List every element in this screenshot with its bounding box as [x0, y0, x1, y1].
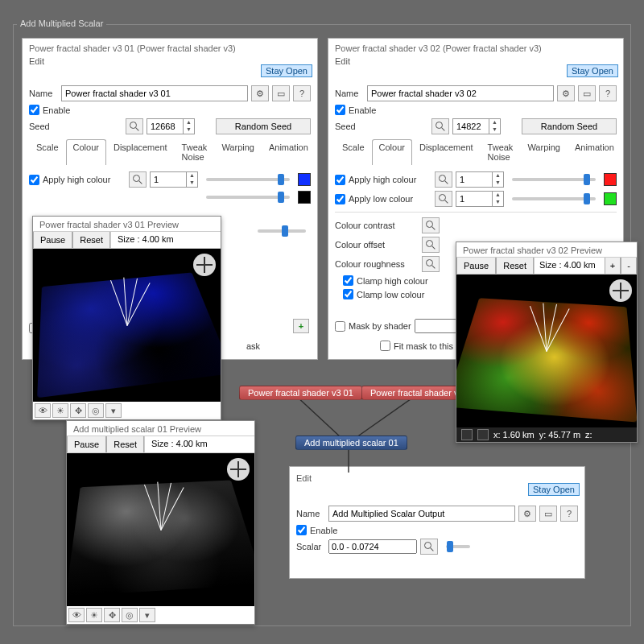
sun-icon[interactable]: ☀	[52, 403, 68, 418]
preview-shader-02[interactable]: Power fractal shader v3 02 Preview Pause…	[456, 242, 638, 443]
edit-menu[interactable]: Edit	[23, 56, 51, 69]
target-icon[interactable]: ◎	[88, 403, 104, 418]
name-input[interactable]	[328, 506, 515, 522]
magnifier-icon[interactable]	[420, 539, 438, 555]
target-icon[interactable]: ◎	[122, 608, 138, 622]
high-slider[interactable]	[512, 178, 596, 181]
low-slider[interactable]	[512, 197, 596, 200]
preview-pause-button[interactable]: Pause	[456, 258, 496, 274]
name-input[interactable]	[367, 85, 554, 101]
stay-open-button[interactable]: Stay Open	[261, 64, 312, 77]
magnifier-icon[interactable]	[422, 237, 440, 253]
low-colour-swatch[interactable]	[298, 191, 311, 204]
tab-tweak-noise[interactable]: Tweak Noise	[481, 139, 521, 165]
stay-open-button[interactable]: Stay Open	[567, 64, 618, 77]
high-value-input[interactable]	[150, 171, 187, 188]
move-icon[interactable]: ✥	[70, 403, 86, 418]
edit-menu[interactable]: Edit	[328, 56, 357, 69]
doc-icon[interactable]: ▭	[539, 506, 557, 522]
tab-warping[interactable]: Warping	[520, 139, 568, 165]
help-icon[interactable]: ?	[599, 85, 617, 101]
preview-reset-button[interactable]: Reset	[106, 436, 144, 452]
preview-viewport[interactable]	[67, 453, 254, 606]
clamp-low-checkbox[interactable]	[343, 289, 353, 299]
add-mask-button[interactable]: +	[293, 319, 309, 333]
zoom-out-button[interactable]: -	[621, 258, 637, 274]
preview-pause-button[interactable]: Pause	[67, 436, 106, 452]
gear-icon[interactable]: ⚙	[557, 85, 575, 101]
preview-add-scalar[interactable]: Add multiplied scalar 01 Preview Pause R…	[66, 420, 255, 625]
seed-input[interactable]	[452, 118, 489, 134]
tab-animation[interactable]: Animation	[568, 139, 621, 165]
scalar-slider[interactable]	[446, 545, 470, 548]
random-seed-button[interactable]: Random Seed	[216, 118, 311, 134]
tab-displacement[interactable]: Displacement	[106, 139, 175, 165]
eye-icon[interactable]: 👁	[68, 608, 85, 622]
low-value-input[interactable]	[456, 191, 493, 207]
magnifier-icon[interactable]	[435, 171, 452, 188]
eye-icon[interactable]: 👁	[35, 403, 51, 418]
sun-icon[interactable]: ☀	[86, 608, 102, 622]
mini-slider[interactable]	[258, 229, 306, 233]
low-slider-partial[interactable]	[206, 196, 290, 199]
tab-scale[interactable]: Scale	[335, 139, 372, 165]
clamp-high-checkbox[interactable]	[343, 275, 353, 286]
high-colour-swatch[interactable]	[604, 173, 617, 186]
high-value-input[interactable]	[456, 171, 493, 188]
apply-low-checkbox[interactable]	[335, 194, 345, 204]
tab-tweak-noise[interactable]: Tweak Noise	[175, 139, 215, 165]
settings-icon[interactable]	[477, 429, 489, 440]
high-slider[interactable]	[206, 178, 290, 181]
gear-icon[interactable]: ⚙	[251, 85, 269, 101]
mask-checkbox[interactable]	[335, 321, 345, 332]
magnifier-icon[interactable]	[431, 118, 449, 134]
seed-input[interactable]	[147, 118, 184, 134]
high-spinner[interactable]: ▲▼	[187, 171, 198, 188]
preview-reset-button[interactable]: Reset	[72, 232, 110, 248]
seed-spinner[interactable]: ▲▼	[184, 118, 195, 134]
random-seed-button[interactable]: Random Seed	[522, 118, 617, 134]
help-icon[interactable]: ?	[560, 506, 578, 522]
tab-scale[interactable]: Scale	[29, 139, 66, 165]
menu-icon[interactable]: ▾	[105, 403, 122, 418]
tab-colour[interactable]: Colour	[372, 139, 412, 165]
preview-reset-button[interactable]: Reset	[496, 258, 534, 274]
enable-checkbox[interactable]	[296, 525, 307, 535]
zoom-in-button[interactable]: +	[605, 258, 621, 274]
apply-high-checkbox[interactable]	[29, 175, 39, 185]
gear-icon[interactable]: ⚙	[518, 506, 536, 522]
edit-menu[interactable]: Edit	[290, 467, 318, 486]
move-icon[interactable]: ✥	[104, 608, 120, 622]
low-colour-swatch[interactable]	[604, 192, 617, 205]
apply-high-checkbox[interactable]	[335, 175, 345, 185]
enable-checkbox[interactable]	[335, 105, 345, 115]
high-colour-swatch[interactable]	[298, 173, 311, 186]
enable-checkbox[interactable]	[29, 105, 39, 115]
tab-animation[interactable]: Animation	[262, 139, 316, 165]
menu-icon[interactable]: ▾	[139, 608, 155, 622]
preview-viewport[interactable]	[33, 249, 221, 402]
tab-warping[interactable]: Warping	[214, 139, 262, 165]
magnifier-icon[interactable]	[422, 217, 440, 233]
node-shader-01[interactable]: Power fractal shader v3 01	[239, 386, 362, 400]
preview-pause-button[interactable]: Pause	[33, 232, 72, 248]
doc-icon[interactable]: ▭	[578, 85, 596, 101]
magnifier-icon[interactable]	[435, 191, 452, 207]
doc-icon[interactable]: ▭	[272, 85, 290, 101]
seed-label: Seed	[335, 122, 364, 131]
help-icon[interactable]: ?	[293, 85, 311, 101]
node-add-scalar[interactable]: Add multiplied scalar 01	[295, 436, 407, 450]
fit-mask-checkbox[interactable]	[380, 341, 390, 351]
preview-viewport[interactable]	[456, 275, 637, 427]
tab-colour[interactable]: Colour	[66, 139, 106, 165]
magnifier-icon[interactable]	[126, 118, 143, 134]
eye-icon[interactable]	[461, 429, 473, 440]
scalar-input[interactable]	[328, 539, 417, 554]
magnifier-icon[interactable]	[129, 171, 147, 188]
magnifier-icon[interactable]	[422, 256, 440, 272]
tab-displacement[interactable]: Displacement	[412, 139, 481, 165]
seed-spinner[interactable]: ▲▼	[489, 118, 501, 134]
name-input[interactable]	[61, 85, 248, 101]
preview-shader-01[interactable]: Power fractal shader v3 01 Preview Pause…	[32, 216, 221, 420]
stay-open-button[interactable]: Stay Open	[528, 483, 580, 496]
